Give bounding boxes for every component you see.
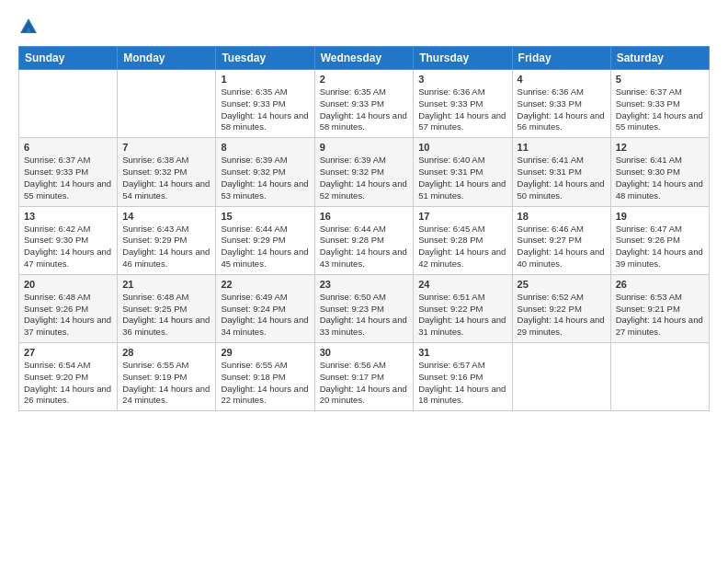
day-info: Sunrise: 6:41 AM Sunset: 9:31 PM Dayligh…: [518, 155, 606, 201]
calendar-cell: 5Sunrise: 6:37 AM Sunset: 9:33 PM Daylig…: [610, 70, 709, 138]
calendar-cell: 9Sunrise: 6:39 AM Sunset: 9:32 PM Daylig…: [314, 138, 414, 206]
day-number: 29: [221, 347, 309, 358]
day-number: 10: [418, 142, 506, 153]
calendar-cell: 1Sunrise: 6:35 AM Sunset: 9:33 PM Daylig…: [216, 70, 314, 138]
page: SundayMondayTuesdayWednesdayThursdayFrid…: [0, 0, 728, 563]
day-info: Sunrise: 6:35 AM Sunset: 9:33 PM Dayligh…: [320, 86, 409, 133]
day-number: 7: [122, 142, 210, 153]
calendar-cell: 16Sunrise: 6:44 AM Sunset: 9:28 PM Dayli…: [314, 206, 414, 274]
day-info: Sunrise: 6:53 AM Sunset: 9:21 PM Dayligh…: [616, 292, 704, 339]
day-number: 8: [221, 142, 309, 153]
calendar-cell: 10Sunrise: 6:40 AM Sunset: 9:31 PM Dayli…: [414, 138, 512, 206]
calendar: SundayMondayTuesdayWednesdayThursdayFrid…: [18, 46, 710, 411]
day-info: Sunrise: 6:42 AM Sunset: 9:30 PM Dayligh…: [24, 224, 112, 270]
calendar-cell: 12Sunrise: 6:41 AM Sunset: 9:30 PM Dayli…: [610, 138, 709, 206]
day-info: Sunrise: 6:39 AM Sunset: 9:32 PM Dayligh…: [221, 155, 309, 201]
day-info: Sunrise: 6:55 AM Sunset: 9:19 PM Dayligh…: [122, 360, 210, 407]
weekday-header-row: SundayMondayTuesdayWednesdayThursdayFrid…: [19, 47, 710, 70]
header: [18, 17, 710, 37]
calendar-week-row: 6Sunrise: 6:37 AM Sunset: 9:33 PM Daylig…: [19, 138, 710, 206]
day-number: 16: [320, 211, 409, 222]
calendar-cell: 3Sunrise: 6:36 AM Sunset: 9:33 PM Daylig…: [414, 70, 512, 138]
day-number: 24: [418, 279, 506, 290]
day-number: 5: [616, 74, 704, 85]
calendar-cell: 19Sunrise: 6:47 AM Sunset: 9:26 PM Dayli…: [610, 206, 709, 274]
weekday-header: Friday: [512, 47, 610, 70]
calendar-cell: 13Sunrise: 6:42 AM Sunset: 9:30 PM Dayli…: [19, 206, 118, 274]
day-number: 26: [616, 279, 704, 290]
day-info: Sunrise: 6:37 AM Sunset: 9:33 PM Dayligh…: [24, 155, 112, 201]
day-number: 2: [320, 74, 409, 85]
calendar-cell: 31Sunrise: 6:57 AM Sunset: 9:16 PM Dayli…: [414, 343, 512, 411]
day-info: Sunrise: 6:54 AM Sunset: 9:20 PM Dayligh…: [24, 360, 112, 407]
day-number: 4: [518, 74, 606, 85]
day-number: 17: [418, 211, 506, 222]
day-info: Sunrise: 6:55 AM Sunset: 9:18 PM Dayligh…: [221, 360, 309, 407]
day-number: 25: [518, 279, 606, 290]
day-number: 20: [24, 279, 112, 290]
calendar-cell: [512, 343, 610, 411]
calendar-cell: 20Sunrise: 6:48 AM Sunset: 9:26 PM Dayli…: [19, 274, 118, 342]
weekday-header: Wednesday: [314, 47, 414, 70]
day-number: 14: [122, 211, 210, 222]
day-info: Sunrise: 6:41 AM Sunset: 9:30 PM Dayligh…: [616, 155, 704, 201]
day-info: Sunrise: 6:52 AM Sunset: 9:22 PM Dayligh…: [518, 292, 606, 339]
day-number: 19: [616, 211, 704, 222]
day-number: 18: [518, 211, 606, 222]
calendar-cell: 18Sunrise: 6:46 AM Sunset: 9:27 PM Dayli…: [512, 206, 610, 274]
day-info: Sunrise: 6:35 AM Sunset: 9:33 PM Dayligh…: [221, 86, 309, 133]
day-info: Sunrise: 6:36 AM Sunset: 9:33 PM Dayligh…: [418, 86, 506, 133]
day-number: 12: [616, 142, 704, 153]
day-info: Sunrise: 6:47 AM Sunset: 9:26 PM Dayligh…: [616, 224, 704, 270]
day-number: 1: [221, 74, 309, 85]
weekday-header: Saturday: [610, 47, 709, 70]
calendar-cell: 15Sunrise: 6:44 AM Sunset: 9:29 PM Dayli…: [216, 206, 314, 274]
day-info: Sunrise: 6:50 AM Sunset: 9:23 PM Dayligh…: [320, 292, 409, 339]
weekday-header: Monday: [118, 47, 216, 70]
calendar-cell: 26Sunrise: 6:53 AM Sunset: 9:21 PM Dayli…: [610, 274, 709, 342]
day-info: Sunrise: 6:38 AM Sunset: 9:32 PM Dayligh…: [122, 155, 210, 201]
calendar-cell: 25Sunrise: 6:52 AM Sunset: 9:22 PM Dayli…: [512, 274, 610, 342]
calendar-week-row: 1Sunrise: 6:35 AM Sunset: 9:33 PM Daylig…: [19, 70, 710, 138]
day-number: 3: [418, 74, 506, 85]
day-number: 30: [320, 347, 409, 358]
calendar-cell: 27Sunrise: 6:54 AM Sunset: 9:20 PM Dayli…: [19, 343, 118, 411]
calendar-cell: 8Sunrise: 6:39 AM Sunset: 9:32 PM Daylig…: [216, 138, 314, 206]
day-number: 27: [24, 347, 112, 358]
day-info: Sunrise: 6:46 AM Sunset: 9:27 PM Dayligh…: [518, 224, 606, 270]
weekday-header: Tuesday: [216, 47, 314, 70]
weekday-header: Sunday: [19, 47, 118, 70]
day-number: 21: [122, 279, 210, 290]
logo-icon: [18, 17, 39, 37]
day-info: Sunrise: 6:57 AM Sunset: 9:16 PM Dayligh…: [418, 360, 506, 407]
day-info: Sunrise: 6:44 AM Sunset: 9:28 PM Dayligh…: [320, 224, 409, 270]
calendar-cell: 4Sunrise: 6:36 AM Sunset: 9:33 PM Daylig…: [512, 70, 610, 138]
day-info: Sunrise: 6:45 AM Sunset: 9:28 PM Dayligh…: [418, 224, 506, 270]
day-info: Sunrise: 6:49 AM Sunset: 9:24 PM Dayligh…: [221, 292, 309, 339]
day-info: Sunrise: 6:56 AM Sunset: 9:17 PM Dayligh…: [320, 360, 409, 407]
calendar-cell: [610, 343, 709, 411]
day-info: Sunrise: 6:39 AM Sunset: 9:32 PM Dayligh…: [320, 155, 409, 201]
calendar-cell: 11Sunrise: 6:41 AM Sunset: 9:31 PM Dayli…: [512, 138, 610, 206]
calendar-cell: 29Sunrise: 6:55 AM Sunset: 9:18 PM Dayli…: [216, 343, 314, 411]
day-number: 11: [518, 142, 606, 153]
logo: [18, 17, 42, 37]
day-info: Sunrise: 6:37 AM Sunset: 9:33 PM Dayligh…: [616, 86, 704, 133]
day-number: 13: [24, 211, 112, 222]
day-info: Sunrise: 6:48 AM Sunset: 9:25 PM Dayligh…: [122, 292, 210, 339]
calendar-cell: 7Sunrise: 6:38 AM Sunset: 9:32 PM Daylig…: [118, 138, 216, 206]
weekday-header: Thursday: [414, 47, 512, 70]
calendar-cell: 17Sunrise: 6:45 AM Sunset: 9:28 PM Dayli…: [414, 206, 512, 274]
calendar-cell: 30Sunrise: 6:56 AM Sunset: 9:17 PM Dayli…: [314, 343, 414, 411]
day-info: Sunrise: 6:36 AM Sunset: 9:33 PM Dayligh…: [518, 86, 606, 133]
calendar-cell: 21Sunrise: 6:48 AM Sunset: 9:25 PM Dayli…: [118, 274, 216, 342]
day-info: Sunrise: 6:40 AM Sunset: 9:31 PM Dayligh…: [418, 155, 506, 201]
calendar-cell: 28Sunrise: 6:55 AM Sunset: 9:19 PM Dayli…: [118, 343, 216, 411]
day-number: 22: [221, 279, 309, 290]
day-number: 6: [24, 142, 112, 153]
calendar-week-row: 27Sunrise: 6:54 AM Sunset: 9:20 PM Dayli…: [19, 343, 710, 411]
day-info: Sunrise: 6:44 AM Sunset: 9:29 PM Dayligh…: [221, 224, 309, 270]
day-info: Sunrise: 6:43 AM Sunset: 9:29 PM Dayligh…: [122, 224, 210, 270]
calendar-cell: [19, 70, 118, 138]
calendar-cell: 23Sunrise: 6:50 AM Sunset: 9:23 PM Dayli…: [314, 274, 414, 342]
